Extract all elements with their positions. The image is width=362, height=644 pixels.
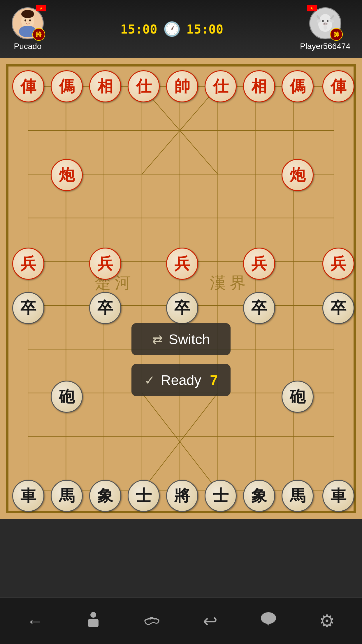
svg-point-5 bbox=[24, 20, 26, 22]
player1-avatar-container: 將 ★ bbox=[12, 7, 44, 39]
settings-button[interactable]: ⚙ bbox=[307, 603, 347, 638]
svg-marker-49 bbox=[266, 622, 269, 626]
piece-兵-4-4[interactable]: 兵 bbox=[166, 248, 198, 280]
pieces-layer: 俥傌相仕帥仕相傌俥炮炮兵兵兵兵兵車馬象士將士象馬車砲砲卒卒卒卒卒 bbox=[8, 66, 354, 511]
piece-士-5-9[interactable]: 士 bbox=[205, 480, 237, 512]
timer-section: 15:00 🕐 15:00 bbox=[120, 21, 223, 37]
below-board-gap bbox=[0, 519, 362, 597]
piece-士-3-9[interactable]: 士 bbox=[128, 480, 160, 512]
svg-point-17 bbox=[324, 25, 327, 30]
piece-俥-0-0[interactable]: 俥 bbox=[12, 70, 44, 102]
player-icon bbox=[85, 610, 102, 632]
piece-砲-7-7[interactable]: 砲 bbox=[282, 381, 314, 413]
piece-仕-5-0[interactable]: 仕 bbox=[205, 70, 237, 102]
timer2: 15:00 bbox=[187, 22, 223, 36]
piece-兵-0-4[interactable]: 兵 bbox=[12, 248, 44, 280]
piece-兵-2-4[interactable]: 兵 bbox=[89, 248, 121, 280]
piece-帥-4-0[interactable]: 帥 bbox=[166, 70, 198, 102]
svg-point-6 bbox=[29, 20, 31, 22]
timer1: 15:00 bbox=[120, 22, 157, 36]
piece-卒-4-5[interactable]: 卒 bbox=[166, 292, 198, 324]
switch-label: Switch bbox=[169, 331, 210, 347]
board-container: 楚 河 漢 界 俥傌相仕帥仕相傌俥炮炮兵兵兵兵兵車馬象士將士象馬車砲砲卒卒卒卒卒… bbox=[0, 58, 362, 519]
ready-label: Ready bbox=[161, 372, 201, 388]
piece-兵-6-4[interactable]: 兵 bbox=[243, 248, 275, 280]
player1-name: Pucado bbox=[14, 42, 42, 51]
piece-相-2-0[interactable]: 相 bbox=[89, 70, 121, 102]
piece-馬-1-9[interactable]: 馬 bbox=[51, 480, 83, 512]
player2-avatar-container: 帥 ★ bbox=[309, 7, 341, 39]
switch-icon: ⇄ bbox=[152, 332, 163, 347]
piece-砲-1-7[interactable]: 砲 bbox=[51, 381, 83, 413]
svg-point-15 bbox=[324, 23, 325, 24]
svg-point-16 bbox=[326, 23, 327, 24]
piece-相-6-0[interactable]: 相 bbox=[243, 70, 275, 102]
svg-point-12 bbox=[322, 20, 324, 22]
back-icon: ← bbox=[26, 611, 44, 631]
player1-flag: ★ bbox=[36, 5, 46, 11]
clock-icon: 🕐 bbox=[163, 21, 181, 37]
player2-flag: ★ bbox=[307, 5, 317, 11]
piece-卒-6-5[interactable]: 卒 bbox=[243, 292, 275, 324]
svg-point-46 bbox=[90, 612, 96, 618]
piece-卒-8-5[interactable]: 卒 bbox=[322, 292, 354, 324]
undo-button[interactable]: ↩ bbox=[190, 603, 231, 638]
piece-象-6-9[interactable]: 象 bbox=[243, 480, 275, 512]
piece-炮-1-2[interactable]: 炮 bbox=[51, 159, 83, 191]
bottom-toolbar: ← ↩ ⚙ bbox=[0, 597, 362, 644]
svg-point-13 bbox=[327, 20, 328, 22]
ready-count: 7 bbox=[210, 372, 218, 388]
chat-icon bbox=[260, 611, 277, 631]
back-button[interactable]: ← bbox=[15, 603, 55, 638]
player2-info: 帥 ★ Player566474 bbox=[300, 7, 350, 51]
piece-車-8-9[interactable]: 車 bbox=[322, 480, 354, 512]
piece-卒-2-5[interactable]: 卒 bbox=[89, 292, 121, 324]
piece-仕-3-0[interactable]: 仕 bbox=[128, 70, 160, 102]
settings-icon: ⚙ bbox=[319, 611, 335, 631]
piece-傌-7-0[interactable]: 傌 bbox=[282, 70, 314, 102]
player1-rank-badge: 將 bbox=[32, 28, 45, 41]
undo-icon: ↩ bbox=[203, 611, 217, 631]
ready-button[interactable]: ✓ Ready 7 bbox=[131, 364, 231, 396]
svg-rect-47 bbox=[88, 619, 99, 627]
piece-馬-7-9[interactable]: 馬 bbox=[282, 480, 314, 512]
player2-name: Player566474 bbox=[300, 42, 350, 51]
svg-point-4 bbox=[21, 10, 34, 18]
switch-button[interactable]: ⇄ Switch bbox=[131, 323, 231, 355]
handshake-button[interactable] bbox=[131, 603, 172, 638]
chat-button[interactable] bbox=[248, 603, 289, 638]
player-button[interactable] bbox=[73, 603, 114, 638]
piece-傌-1-0[interactable]: 傌 bbox=[51, 70, 83, 102]
piece-炮-7-2[interactable]: 炮 bbox=[282, 159, 314, 191]
overlay-buttons: ⇄ Switch ✓ Ready 7 bbox=[131, 323, 231, 396]
ready-icon: ✓ bbox=[144, 373, 155, 388]
svg-point-14 bbox=[323, 22, 328, 25]
piece-俥-8-0[interactable]: 俥 bbox=[322, 70, 354, 102]
header: 將 ★ Pucado 15:00 🕐 15:00 bbox=[0, 0, 362, 58]
piece-象-2-9[interactable]: 象 bbox=[89, 480, 121, 512]
chess-board: 楚 河 漢 界 俥傌相仕帥仕相傌俥炮炮兵兵兵兵兵車馬象士將士象馬車砲砲卒卒卒卒卒… bbox=[6, 64, 356, 513]
player1-info: 將 ★ Pucado bbox=[12, 7, 44, 51]
handshake-icon bbox=[143, 611, 161, 631]
piece-兵-8-4[interactable]: 兵 bbox=[322, 248, 354, 280]
piece-車-0-9[interactable]: 車 bbox=[12, 480, 44, 512]
piece-卒-0-5[interactable]: 卒 bbox=[12, 292, 44, 324]
piece-將-4-9[interactable]: 將 bbox=[166, 480, 198, 512]
player2-rank-badge: 帥 bbox=[330, 28, 343, 41]
